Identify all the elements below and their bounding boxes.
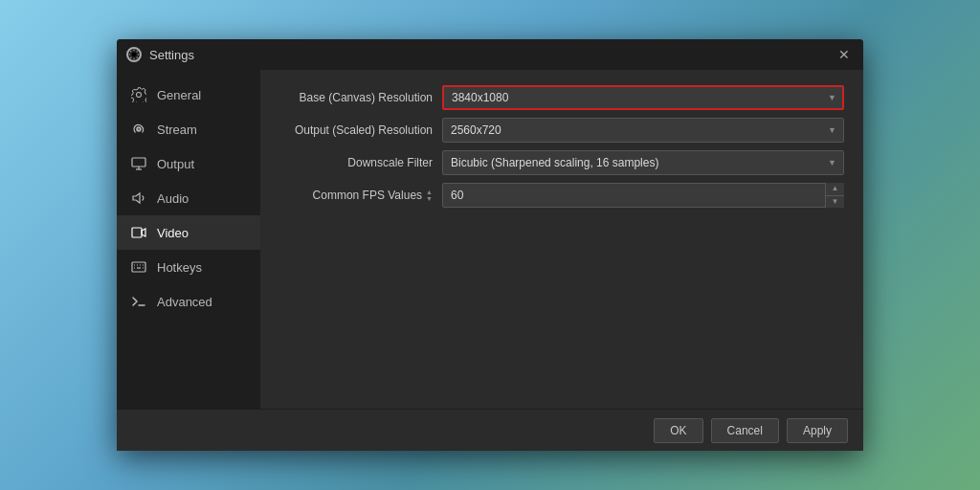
fps-spinner-wrapper: ▲ ▼ <box>442 183 844 208</box>
output-resolution-select[interactable]: 2560x720 <box>442 118 844 143</box>
ok-button[interactable]: OK <box>654 418 702 443</box>
sidebar-item-stream[interactable]: A Stream <box>117 112 260 146</box>
output-resolution-row: Output (Scaled) Resolution 2560x720 <box>279 118 844 143</box>
audio-icon <box>130 189 147 207</box>
downscale-filter-label: Downscale Filter <box>279 156 442 169</box>
gear-icon <box>130 86 147 103</box>
hotkeys-icon <box>130 258 147 276</box>
video-icon <box>130 224 147 241</box>
title-icon <box>126 47 142 62</box>
output-resolution-wrapper: 2560x720 <box>442 118 844 143</box>
dialog-body: General A Stream <box>117 70 863 409</box>
sidebar-label-general: General <box>157 88 201 102</box>
dialog-footer: OK Cancel Apply <box>117 409 863 451</box>
sidebar-label-stream: Stream <box>157 122 197 137</box>
base-resolution-select[interactable]: 3840x1080 <box>442 85 844 110</box>
title-bar: Settings ✕ <box>117 39 863 70</box>
sidebar-item-advanced[interactable]: Advanced <box>117 284 260 319</box>
stream-icon: A <box>130 121 147 138</box>
output-resolution-label: Output (Scaled) Resolution <box>279 123 442 137</box>
sidebar: General A Stream <box>117 70 260 409</box>
fps-spinner-arrows: ▲ ▼ <box>825 183 844 208</box>
base-resolution-row: Base (Canvas) Resolution 3840x1080 <box>279 85 844 110</box>
fps-input[interactable] <box>442 183 844 208</box>
downscale-filter-row: Downscale Filter Bicubic (Sharpened scal… <box>279 150 844 175</box>
sidebar-label-hotkeys: Hotkeys <box>157 260 202 275</box>
content-panel: Base (Canvas) Resolution 3840x1080 Outpu… <box>260 70 863 409</box>
fps-down-button[interactable]: ▼ <box>826 196 844 209</box>
sidebar-label-audio: Audio <box>157 191 189 206</box>
base-resolution-wrapper: 3840x1080 <box>442 85 844 110</box>
title-bar-left: Settings <box>126 47 194 62</box>
settings-dialog: Settings ✕ General <box>117 39 863 451</box>
downscale-filter-wrapper: Bicubic (Sharpened scaling, 16 samples) <box>442 150 844 175</box>
sidebar-item-output[interactable]: Output <box>117 146 260 181</box>
fps-row: Common FPS Values ▲ ▼ ▲ ▼ <box>279 183 844 208</box>
sidebar-item-hotkeys[interactable]: Hotkeys <box>117 250 260 284</box>
fps-label-arrows: ▲ ▼ <box>426 189 433 202</box>
apply-button[interactable]: Apply <box>787 418 848 443</box>
dialog-title: Settings <box>149 48 194 62</box>
sidebar-item-general[interactable]: General <box>117 78 260 112</box>
sidebar-item-video[interactable]: Video <box>117 215 260 250</box>
close-button[interactable]: ✕ <box>835 45 854 64</box>
advanced-icon <box>130 293 147 310</box>
output-icon <box>130 155 147 172</box>
downscale-filter-select[interactable]: Bicubic (Sharpened scaling, 16 samples) <box>442 150 844 175</box>
fps-label: Common FPS Values ▲ ▼ <box>279 189 442 202</box>
sidebar-label-output: Output <box>157 157 194 171</box>
fps-up-button[interactable]: ▲ <box>826 183 844 196</box>
svg-point-0 <box>132 53 137 57</box>
svg-rect-3 <box>132 158 145 167</box>
sidebar-label-video: Video <box>157 226 189 240</box>
svg-rect-6 <box>132 228 142 237</box>
cancel-button[interactable]: Cancel <box>711 418 779 443</box>
base-resolution-label: Base (Canvas) Resolution <box>279 91 442 104</box>
sidebar-label-advanced: Advanced <box>157 295 212 309</box>
sidebar-item-audio[interactable]: Audio <box>117 181 260 215</box>
svg-rect-7 <box>132 262 145 272</box>
